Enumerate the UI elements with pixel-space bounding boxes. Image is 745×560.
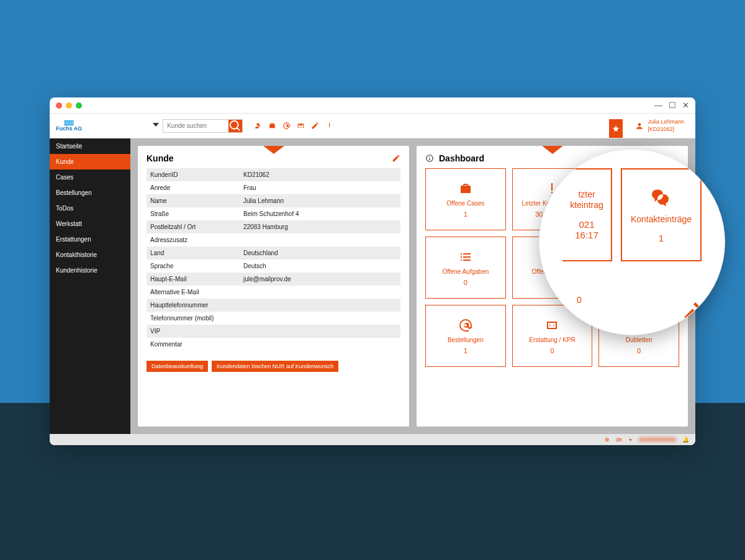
tile-label: Dubletten — [626, 336, 652, 343]
kunde-title: Kunde — [147, 153, 174, 163]
field-label: KundenID — [150, 171, 243, 178]
zoom-left-label: tzter kteintrag — [570, 189, 603, 210]
edit-icon[interactable] — [311, 122, 319, 130]
field-value — [243, 302, 397, 309]
kunde-fields: KundenIDKD21062AnredeFrauNameJulia Lehma… — [138, 168, 409, 357]
field-value: Deutschland — [243, 250, 397, 256]
close-dot[interactable] — [56, 102, 62, 109]
kunde-buttons: Datenbeauskunftung Kundendaten löschen N… — [138, 357, 409, 379]
dashboard-tile[interactable]: Offene Aufgaben0 — [425, 237, 506, 299]
field-value — [243, 289, 397, 296]
dashboard-tile[interactable]: Bestellungen1 — [425, 305, 506, 367]
favorite-tab[interactable] — [609, 119, 623, 138]
sidebar-item-kontakthistorie[interactable]: Kontakthistorie — [50, 247, 130, 263]
dashboard-tile[interactable]: Offene Cases1 — [425, 168, 506, 230]
user-name: Julia Lehmann — [648, 119, 684, 126]
field-label: Alternative E-Mail — [150, 289, 243, 296]
sidebar-item-kundenhistorie[interactable]: Kundenhistorie — [50, 263, 130, 278]
kundendaten-loeschen-button[interactable]: Kundendaten löschen NUR auf Kundenwunsch — [212, 361, 338, 372]
field-label: Name — [150, 197, 243, 204]
user-box[interactable]: Julia Lehmann [KD21062] — [630, 119, 689, 133]
tile-value: 0 — [637, 347, 641, 355]
titlebar: — ☐ ✕ — [50, 97, 695, 114]
chat-icon — [650, 187, 672, 209]
minimize-dot[interactable] — [66, 102, 72, 109]
money-icon — [544, 318, 559, 333]
field-row: StraßeBeim Schutzenhof 4 — [147, 207, 400, 220]
window-controls-right: — ☐ ✕ — [654, 101, 689, 110]
zoom-lens: tzter kteintrag 021 16:17 Kontakteinträg… — [539, 149, 725, 335]
search-button[interactable] — [228, 120, 242, 132]
zoom-tile-kontakteintrag[interactable]: tzter kteintrag 021 16:17 — [562, 168, 612, 261]
sidebar-item-todos[interactable]: ToDos — [50, 201, 130, 216]
briefcase-icon[interactable] — [268, 122, 276, 130]
search-wrap — [153, 119, 243, 133]
brand-logo[interactable]: Fuchs AG — [56, 120, 82, 132]
alert-icon[interactable] — [325, 122, 333, 130]
field-value: Julia Lehmann — [243, 197, 397, 204]
field-row: KundenIDKD21062 — [147, 168, 400, 181]
field-row: Kommentar — [147, 338, 400, 351]
search-input[interactable] — [163, 120, 228, 132]
field-row: SpracheDeutsch — [147, 260, 400, 273]
sidebar-item-startseite[interactable]: Startseite — [50, 138, 130, 154]
sidebar-item-kunde[interactable]: Kunde — [50, 154, 130, 169]
star-icon — [612, 125, 620, 132]
sidebar-item-bestellungen[interactable]: Bestellungen — [50, 185, 130, 201]
lang-label[interactable]: de — [616, 436, 622, 443]
user-icon — [635, 122, 644, 130]
add-user-icon[interactable] — [254, 122, 262, 130]
panel-pointer-icon — [263, 146, 285, 154]
zoom-tile-kontakteintraege[interactable]: Kontakteinträge 1 — [621, 168, 702, 261]
field-value — [243, 237, 397, 243]
sidebar-item-werkstatt[interactable]: Werkstatt — [50, 216, 130, 232]
sidebar-item-erstattungen[interactable]: Erstattungen — [50, 232, 130, 247]
chevron-down-icon: ▼ — [628, 438, 633, 442]
field-label: Adresszusatz — [150, 237, 243, 243]
at-icon — [458, 318, 473, 333]
field-label: Anrede — [150, 184, 243, 191]
field-label: Sprache — [150, 263, 243, 269]
field-label: Straße — [150, 210, 243, 217]
field-row: LandDeutschland — [147, 246, 400, 260]
field-value — [243, 315, 397, 322]
info-icon — [425, 154, 434, 163]
at-icon[interactable] — [282, 122, 291, 130]
tile-value: 0 — [464, 279, 467, 286]
field-value: jule@mailprov.de — [243, 276, 397, 282]
field-label: VIP — [150, 328, 243, 335]
dashboard-title: Dashboard — [439, 153, 484, 163]
maximize-icon[interactable]: ☐ — [669, 101, 676, 110]
maximize-dot[interactable] — [76, 102, 82, 109]
field-value: Frau — [243, 184, 397, 191]
field-label: Land — [150, 250, 243, 256]
tile-value: 0 — [550, 347, 554, 355]
tile-value: 1 — [464, 210, 467, 218]
tile-label: Offene Cases — [446, 200, 484, 207]
field-value: Beim Schutzenhof 4 — [243, 210, 397, 217]
field-row: VIP — [147, 325, 400, 338]
search-type-dropdown[interactable] — [153, 123, 159, 129]
minimize-icon[interactable]: — — [654, 101, 662, 110]
footer: ⊕ de ▼ 🔔 — [50, 434, 695, 445]
field-row: AnredeFrau — [147, 181, 400, 194]
field-label: Haupttelefonnummer — [150, 302, 243, 309]
globe-icon[interactable]: ⊕ — [605, 436, 610, 443]
mail-icon[interactable] — [297, 122, 305, 130]
bell-icon[interactable]: 🔔 — [682, 436, 689, 443]
close-icon[interactable]: ✕ — [682, 101, 689, 110]
toolbar-icons — [254, 122, 333, 130]
briefcase-icon — [458, 181, 473, 196]
topbar: Fuchs AG Julia Lehmann — [50, 114, 695, 138]
zoom-bottom-zero: 0 — [577, 295, 582, 305]
field-row: Alternative E-Mail — [147, 286, 400, 299]
field-label: Haupt-E-Mail — [150, 276, 243, 282]
tile-label: Erstattung / KPR — [529, 336, 575, 343]
tile-label: Bestellungen — [448, 336, 484, 343]
datenbeauskunftung-button[interactable]: Datenbeauskunftung — [147, 361, 208, 372]
edit-kunde-icon[interactable] — [392, 154, 400, 163]
field-row: Postleitzahl / Ort22083 Hamburg — [147, 220, 400, 233]
sidebar-item-cases[interactable]: Cases — [50, 169, 130, 185]
field-value — [243, 328, 397, 335]
kunde-panel: Kunde KundenIDKD21062AnredeFrauNameJulia… — [138, 146, 409, 427]
